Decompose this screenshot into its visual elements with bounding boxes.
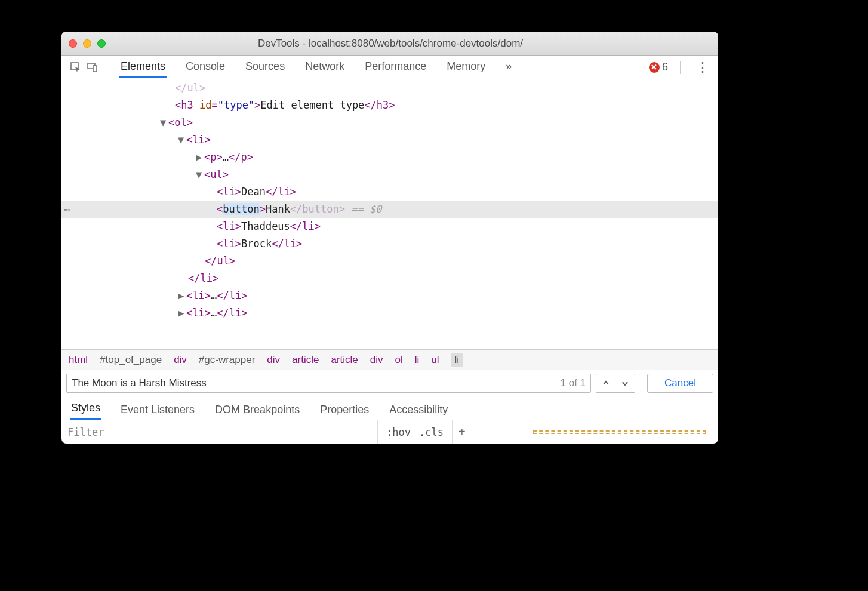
tab-elements[interactable]: Elements	[119, 57, 167, 78]
tag-edit-input[interactable]: button	[223, 203, 259, 215]
breadcrumb-item[interactable]: div	[174, 354, 187, 366]
breadcrumb-item[interactable]: ol	[395, 354, 403, 366]
search-match-count: 1 of 1	[561, 377, 586, 389]
expand-arrow-icon[interactable]: ▼	[178, 131, 186, 149]
subtab-accessibility[interactable]: Accessibility	[388, 400, 449, 420]
window-title: DevTools - localhost:8080/web/tools/chro…	[106, 38, 711, 50]
breadcrumb-item[interactable]: div	[370, 354, 383, 366]
box-model-preview	[533, 430, 706, 434]
search-bar: The Moon is a Harsh Mistress 1 of 1 Canc…	[61, 370, 718, 396]
tab-network[interactable]: Network	[304, 57, 346, 78]
search-prev-button[interactable]	[596, 374, 615, 392]
subtab-dom-breakpoints[interactable]: DOM Breakpoints	[214, 400, 301, 420]
maximize-window-button[interactable]	[97, 39, 106, 48]
tab-performance[interactable]: Performance	[364, 57, 427, 78]
panel-tabs: Elements Console Sources Network Perform…	[119, 57, 513, 78]
expand-arrow-icon[interactable]: ▶	[196, 149, 204, 166]
expand-arrow-icon[interactable]: ▼	[196, 166, 204, 183]
dom-node[interactable]: <ul>	[204, 168, 229, 180]
selected-dom-node[interactable]: ⋯<button>Hank</button> == $0	[61, 201, 718, 218]
breadcrumb-item[interactable]: div	[267, 354, 280, 366]
search-next-button[interactable]	[615, 374, 635, 392]
dom-node[interactable]: <li>	[186, 290, 211, 301]
device-toolbar-icon[interactable]	[84, 59, 101, 76]
settings-menu-icon[interactable]: ⋮	[692, 60, 712, 75]
inspect-element-icon[interactable]	[67, 59, 84, 76]
cls-toggle[interactable]: .cls	[419, 426, 444, 438]
tab-sources[interactable]: Sources	[244, 57, 286, 78]
dom-node[interactable]: <li>	[217, 220, 241, 232]
breadcrumb-item[interactable]: html	[69, 354, 88, 366]
dom-node[interactable]: <li>	[217, 238, 241, 250]
titlebar: DevTools - localhost:8080/web/tools/chro…	[61, 32, 718, 56]
expand-arrow-icon[interactable]: ▶	[178, 287, 186, 304]
subtab-styles[interactable]: Styles	[70, 398, 101, 420]
search-nav-buttons	[596, 374, 635, 393]
dom-node[interactable]: <li>	[217, 186, 241, 198]
toolbar-separator	[107, 61, 107, 74]
overflow-dots-icon[interactable]: ⋯	[64, 201, 70, 218]
breadcrumb-item[interactable]: ul	[431, 354, 439, 366]
breadcrumb-item[interactable]: li	[415, 354, 420, 366]
expand-arrow-icon[interactable]: ▼	[160, 114, 168, 131]
dom-node[interactable]: <p>	[204, 151, 223, 163]
devtools-window: DevTools - localhost:8080/web/tools/chro…	[61, 32, 718, 444]
breadcrumb-item[interactable]: article	[331, 354, 358, 366]
minimize-window-button[interactable]	[83, 39, 91, 48]
tab-memory[interactable]: Memory	[445, 57, 487, 78]
subtab-properties[interactable]: Properties	[319, 400, 370, 420]
dom-node[interactable]: </ul>	[205, 255, 235, 267]
tab-overflow[interactable]: »	[504, 57, 513, 78]
breadcrumb-item[interactable]: article	[292, 354, 319, 366]
search-value: The Moon is a Harsh Mistress	[72, 377, 207, 389]
tab-console[interactable]: Console	[184, 57, 226, 78]
close-window-button[interactable]	[69, 39, 77, 48]
breadcrumb-item[interactable]: #top_of_page	[100, 354, 162, 366]
dom-node[interactable]: <li>	[186, 134, 211, 146]
toolbar-separator	[680, 61, 681, 74]
new-style-rule-icon[interactable]: +	[453, 425, 472, 439]
breadcrumb-item-current[interactable]: li	[451, 353, 463, 367]
dom-node[interactable]: <h3 id="type">	[175, 99, 260, 111]
dom-node[interactable]: </ul>	[175, 82, 205, 94]
dom-node[interactable]: </li>	[188, 272, 218, 284]
dom-node[interactable]: <ol>	[168, 116, 193, 128]
breadcrumb: html #top_of_page div #gc-wrapper div ar…	[61, 349, 718, 370]
dom-node[interactable]: <li>	[186, 307, 211, 319]
error-counter[interactable]: ✕ 6	[649, 61, 668, 73]
traffic-lights	[69, 39, 106, 48]
styles-filter-input[interactable]: Filter	[61, 420, 378, 444]
expand-arrow-icon[interactable]: ▶	[178, 304, 186, 322]
subtab-event-listeners[interactable]: Event Listeners	[119, 400, 196, 420]
svg-rect-2	[93, 66, 97, 72]
cancel-button[interactable]: Cancel	[647, 374, 713, 393]
styles-panel-tabs: Styles Event Listeners DOM Breakpoints P…	[61, 396, 718, 420]
error-icon: ✕	[649, 62, 660, 73]
main-toolbar: Elements Console Sources Network Perform…	[61, 56, 718, 79]
hov-toggle[interactable]: :hov	[386, 426, 411, 438]
error-count: 6	[662, 61, 668, 73]
styles-toolbar: Filter :hov .cls +	[61, 420, 718, 444]
breadcrumb-item[interactable]: #gc-wrapper	[199, 354, 256, 366]
search-input[interactable]: The Moon is a Harsh Mistress 1 of 1	[66, 374, 591, 393]
dom-tree[interactable]: </ul> <h3 id="type">Edit element type</h…	[61, 79, 718, 349]
